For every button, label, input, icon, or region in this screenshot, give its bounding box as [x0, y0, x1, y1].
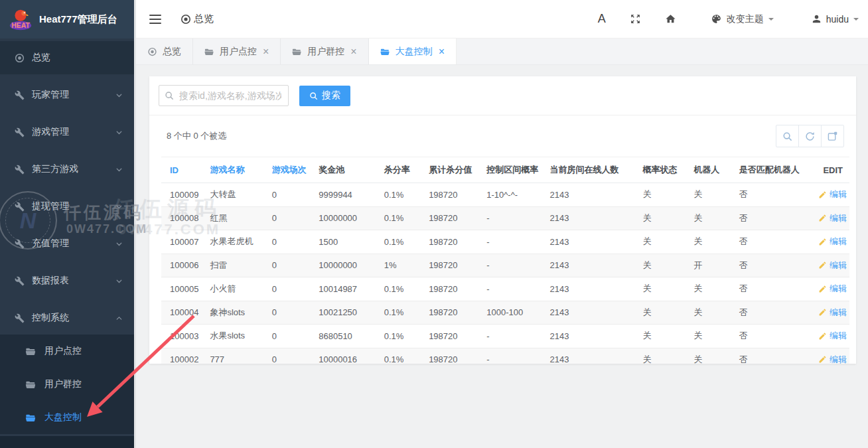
edit-link[interactable]: 编辑 [818, 283, 847, 295]
tab-bar: 总览用户点控×用户群控×大盘控制× [136, 38, 868, 65]
column-header-prize_pool: 奖金池 [315, 157, 380, 183]
sidebar-item-user-point-control[interactable]: 用户点控 [0, 335, 134, 368]
tab-close-icon[interactable]: × [263, 46, 269, 57]
cell-kill_total: 198720 [425, 348, 482, 364]
folder-icon [25, 380, 36, 390]
sidebar-item-data-report[interactable]: 数据报表 [0, 264, 134, 297]
sidebar-item-withdraw-mgmt[interactable]: 提现管理 [0, 190, 134, 223]
column-header-game_session[interactable]: 游戏场次 [268, 157, 315, 183]
menu-toggle-button[interactable] [149, 15, 161, 24]
user-dropdown[interactable]: huidu [811, 13, 859, 25]
chevron-down-icon [768, 18, 774, 23]
cell-kill_total: 198720 [425, 230, 482, 254]
font-size-button[interactable]: A [598, 12, 606, 26]
sidebar-item-user-group-control[interactable]: 用户群控 [0, 368, 134, 401]
wrench-icon [15, 276, 25, 286]
cell-online_count: 2143 [546, 230, 639, 254]
cell-id: 100004 [161, 301, 206, 325]
edit-link[interactable]: 编辑 [818, 330, 847, 342]
sidebar-item-game-mgmt[interactable]: 游戏管理 [0, 115, 134, 149]
sidebar-item-label: 游戏管理 [32, 126, 115, 138]
cell-match_robot: 否 [735, 277, 814, 301]
cell-game_session: 0 [268, 301, 315, 325]
wrench-icon [15, 127, 25, 137]
tab-overview[interactable]: 总览 [136, 38, 193, 64]
refresh-button[interactable] [798, 125, 822, 147]
pencil-icon [818, 214, 827, 222]
column-header-id[interactable]: ID [161, 157, 206, 183]
search-button[interactable]: 搜索 [299, 86, 350, 106]
edit-link[interactable]: 编辑 [818, 188, 847, 200]
cell-id: 100005 [161, 277, 206, 301]
pencil-icon [818, 355, 827, 364]
cell-id: 100002 [161, 348, 206, 364]
search-button-label: 搜索 [322, 90, 340, 102]
sidebar-item-control-system[interactable]: 控制系统 [0, 301, 134, 335]
edit-label: 编辑 [830, 212, 847, 224]
table-head: ID游戏名称游戏场次奖金池杀分率累计杀分值控制区间概率当前房间在线人数概率状态机… [161, 157, 849, 183]
tab-user-point-control[interactable]: 用户点控× [193, 38, 281, 64]
cell-game_name: 大转盘 [206, 183, 267, 207]
sidebar-submenu: 用户点控用户群控大盘控制 [0, 335, 134, 434]
home-button[interactable] [665, 13, 676, 25]
sidebar-nav: 总览玩家管理游戏管理第三方游戏提现管理充值管理数据报表控制系统用户点控用户群控大… [0, 38, 134, 436]
cell-prize_pool: 10014987 [315, 277, 380, 301]
table-row: 100008红黑0100000000.1%198720-2143关关否编辑 [161, 206, 849, 230]
cell-kill_rate: 1% [380, 254, 425, 277]
tab-close-icon[interactable]: × [350, 46, 356, 57]
cell-range_prob: - [482, 277, 545, 301]
cell-range_prob: - [482, 325, 545, 348]
cell-prize_pool: 10000000 [315, 254, 380, 277]
sidebar-item-market-control[interactable]: 大盘控制 [0, 401, 134, 434]
cell-edit: 编辑 [814, 183, 849, 207]
cell-kill_rate: 0.1% [380, 325, 425, 348]
cell-range_prob: - [482, 348, 545, 364]
table-row: 100004象神slots0100212500.1%1987201000-100… [161, 301, 849, 325]
cell-kill_rate: 0.1% [380, 206, 425, 230]
search-input[interactable] [159, 85, 289, 106]
tab-user-group-control[interactable]: 用户群控× [281, 38, 368, 64]
eye-icon [181, 14, 191, 25]
cell-prize_pool: 10021250 [315, 301, 380, 325]
sidebar-item-player-mgmt[interactable]: 玩家管理 [0, 78, 134, 112]
username: huidu [826, 14, 849, 25]
edit-link[interactable]: 编辑 [818, 236, 847, 248]
cell-game_session: 0 [268, 183, 315, 207]
cell-prob_state: 关 [639, 277, 690, 301]
sidebar-subitem-label: 大盘控制 [44, 411, 82, 423]
table-toolbar [776, 125, 844, 147]
selection-info: 8 个中 0 个被选 [167, 130, 226, 142]
column-header-game_name[interactable]: 游戏名称 [206, 157, 267, 183]
fullscreen-button[interactable] [630, 13, 641, 25]
cell-edit: 编辑 [814, 348, 849, 364]
refresh-icon [805, 131, 815, 141]
cell-prob_state: 关 [639, 301, 690, 325]
cell-kill_total: 198720 [425, 254, 482, 277]
search-toggle-button[interactable] [776, 125, 799, 147]
edit-link[interactable]: 编辑 [818, 260, 847, 271]
cell-match_robot: 否 [735, 348, 814, 364]
cell-kill_total: 198720 [425, 325, 482, 348]
breadcrumb[interactable]: 总览 [181, 13, 214, 25]
edit-link[interactable]: 编辑 [818, 212, 847, 224]
table-row: 100009大转盘099999440.1%1987201-10^-^-2143关… [161, 183, 849, 207]
edit-link[interactable]: 编辑 [818, 354, 847, 364]
sidebar-item-recharge-mgmt[interactable]: 充值管理 [0, 227, 134, 260]
sidebar-item-label: 玩家管理 [32, 89, 115, 101]
folder-icon [292, 47, 302, 56]
app-root: HEAT Heat777管理后台 总览玩家管理游戏管理第三方游戏提现管理充值管理… [0, 0, 868, 448]
sidebar-item-label: 第三方游戏 [32, 163, 115, 175]
cell-game_session: 0 [268, 206, 315, 230]
cell-game_name: 小火箭 [206, 277, 267, 301]
eye-icon [15, 53, 25, 63]
tab-close-icon[interactable]: × [439, 46, 445, 57]
column-header-match_robot: 是否匹配机器人 [735, 157, 814, 183]
sidebar-item-overview[interactable]: 总览 [0, 41, 134, 74]
cell-online_count: 2143 [546, 325, 639, 348]
tab-market-control[interactable]: 大盘控制× [369, 38, 457, 64]
edit-link[interactable]: 编辑 [818, 307, 847, 319]
sidebar-item-third-party-games[interactable]: 第三方游戏 [0, 153, 134, 186]
theme-dropdown[interactable]: 改变主题 [711, 13, 774, 25]
columns-toggle-button[interactable] [821, 125, 844, 147]
column-header-online_count: 当前房间在线人数 [546, 157, 639, 183]
